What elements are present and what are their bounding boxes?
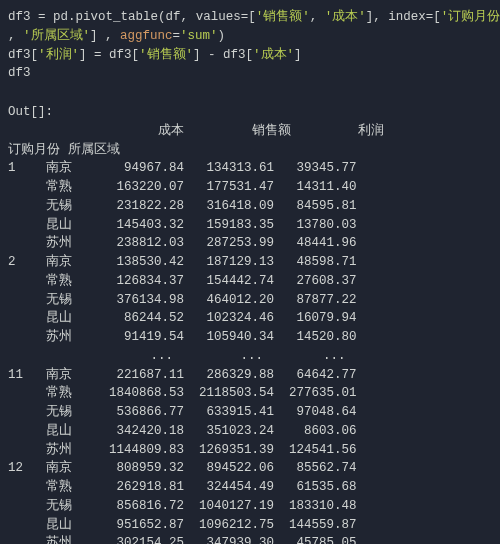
token-comma: , bbox=[310, 10, 325, 24]
table-row: 昆山 342420.18 351023.24 8603.06 bbox=[8, 422, 492, 441]
code-line-2[interactable]: df3['利润'] = df3['销售额'] - df3['成本'] bbox=[8, 46, 492, 65]
token-string: '所属区域' bbox=[23, 29, 90, 43]
table-row: 无锡 231822.28 316418.09 84595.81 bbox=[8, 197, 492, 216]
table-row: 无锡 376134.98 464012.20 87877.22 bbox=[8, 291, 492, 310]
token-operator: = bbox=[31, 10, 54, 24]
token-func: pivot_table bbox=[76, 10, 159, 24]
token-string: '成本' bbox=[253, 48, 294, 62]
token-bracket: [ bbox=[248, 10, 256, 24]
table-row: 常熟 1840868.53 2118503.54 277635.01 bbox=[8, 384, 492, 403]
table-row: 苏州 238812.03 287253.99 48441.96 bbox=[8, 234, 492, 253]
token-string: '利润' bbox=[38, 48, 79, 62]
table-row: 无锡 856816.72 1040127.19 183310.48 bbox=[8, 497, 492, 516]
token-operator: = bbox=[173, 29, 181, 43]
token-text: ] bbox=[294, 48, 302, 62]
code-line-3[interactable]: df3 bbox=[8, 64, 492, 83]
token-variable: df3 bbox=[8, 10, 31, 24]
token-string: '销售额' bbox=[256, 10, 310, 24]
token-variable: df bbox=[166, 10, 181, 24]
token-text: ] = df3[ bbox=[79, 48, 139, 62]
token-comma: , bbox=[181, 10, 196, 24]
token-comma: , bbox=[373, 10, 388, 24]
token-string: '销售额' bbox=[139, 48, 193, 62]
table-row: 昆山 951652.87 1096212.75 144559.87 bbox=[8, 516, 492, 535]
token-string: 'sum' bbox=[180, 29, 218, 43]
ellipsis-row: ... ... ... bbox=[8, 347, 492, 366]
token-paren: ) bbox=[218, 29, 226, 43]
table-row: 苏州 302154.25 347939.30 45785.05 bbox=[8, 534, 492, 544]
table-row: 1 南京 94967.84 134313.61 39345.77 bbox=[8, 159, 492, 178]
table-row: 苏州 91419.54 105940.34 14520.80 bbox=[8, 328, 492, 347]
table-row: 12 南京 808959.32 894522.06 85562.74 bbox=[8, 459, 492, 478]
table-row: 昆山 145403.32 159183.35 13780.03 bbox=[8, 216, 492, 235]
table-row: 苏州 1144809.83 1269351.39 124541.56 bbox=[8, 441, 492, 460]
index-headers: 订购月份 所属区域 bbox=[8, 141, 492, 160]
token-text: ] - df3[ bbox=[193, 48, 253, 62]
token-text: df3[ bbox=[8, 48, 38, 62]
table-row: 2 南京 138530.42 187129.13 48598.71 bbox=[8, 253, 492, 272]
token-comma: , bbox=[8, 29, 23, 43]
token-module: pd bbox=[53, 10, 68, 24]
token-bracket: ] bbox=[90, 29, 98, 43]
table-row: 常熟 262918.81 324454.49 61535.68 bbox=[8, 478, 492, 497]
output-dataframe: 成本 销售额 利润订购月份 所属区域1 南京 94967.84 134313.6… bbox=[8, 122, 492, 544]
token-string: '成本' bbox=[325, 10, 366, 24]
table-row: 昆山 86244.52 102324.46 16079.94 bbox=[8, 309, 492, 328]
token-bracket: [ bbox=[433, 10, 441, 24]
token-kwarg: index bbox=[388, 10, 426, 24]
output-label: Out[]: bbox=[8, 103, 492, 122]
code-line-1[interactable]: df3 = pd.pivot_table(df, values=['销售额', … bbox=[8, 8, 492, 46]
token-variable: df3 bbox=[8, 66, 31, 80]
token-kwarg-highlight: aggfunc bbox=[120, 29, 173, 43]
token-comma: , bbox=[98, 29, 121, 43]
token-kwarg: values bbox=[196, 10, 241, 24]
table-row: 11 南京 221687.11 286329.88 64642.77 bbox=[8, 366, 492, 385]
column-headers: 成本 销售额 利润 bbox=[8, 122, 492, 141]
table-row: 常熟 163220.07 177531.47 14311.40 bbox=[8, 178, 492, 197]
token-string: '订购月份' bbox=[441, 10, 500, 24]
table-row: 常熟 126834.37 154442.74 27608.37 bbox=[8, 272, 492, 291]
token-paren: ( bbox=[158, 10, 166, 24]
token-dot: . bbox=[68, 10, 76, 24]
table-row: 无锡 536866.77 633915.41 97048.64 bbox=[8, 403, 492, 422]
